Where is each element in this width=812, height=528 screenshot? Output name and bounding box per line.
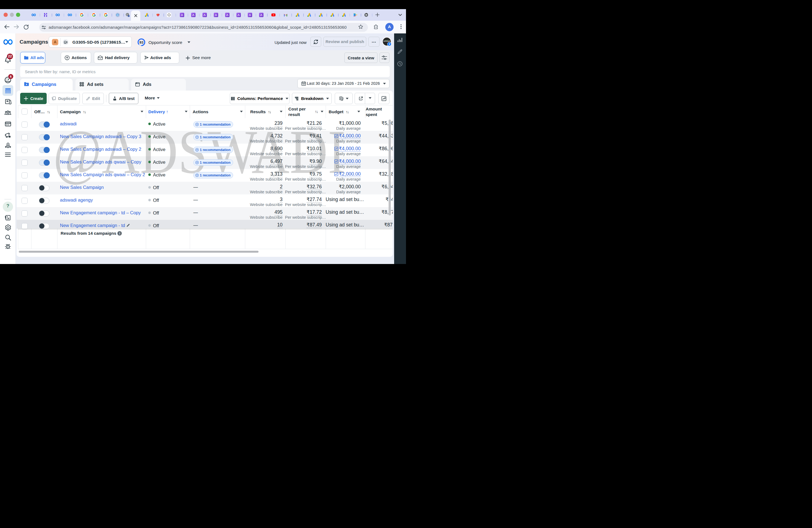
svg-text:S: S: [117, 14, 118, 16]
